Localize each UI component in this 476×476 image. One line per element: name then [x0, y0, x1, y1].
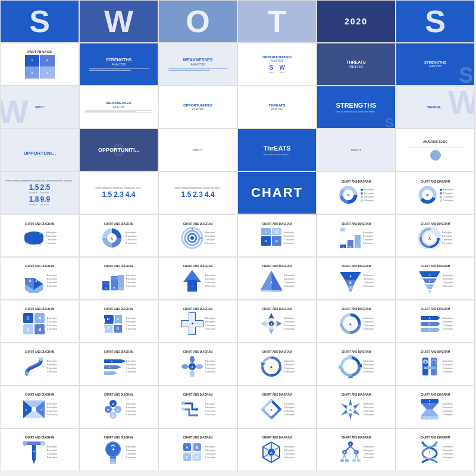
legend-r8-5: A description B description C descriptio… — [364, 317, 374, 330]
cd-r7-t1: CHART AND DIAGRAM — [25, 265, 54, 268]
cd-row8-5: CHART AND DIAGRAM A A description B desc… — [317, 300, 396, 343]
num-item-3: 1.8description — [29, 195, 39, 206]
num4: 9.9 — [40, 195, 51, 203]
legend-r7-3: A description B description C descriptio… — [205, 274, 216, 287]
w-bg-cell: W SWOT — [0, 86, 79, 129]
svg-text:D: D — [196, 456, 199, 459]
svg-text:B: B — [182, 409, 184, 412]
svg-text:A: A — [428, 399, 430, 402]
threats-desc: Risk assessment details... — [263, 153, 290, 156]
svg-text:B: B — [343, 451, 345, 454]
svg-marker-110 — [122, 359, 125, 363]
timeline-chart: A B C — [101, 355, 125, 378]
svg-rect-191 — [110, 459, 116, 462]
legend-r9-3: A description B description C descriptio… — [205, 360, 216, 373]
cd-r8-t4: CHART AND DIAGRAM — [262, 308, 292, 311]
cd-r11-c6: A description B description C descriptio… — [418, 440, 453, 464]
svg-text:C: C — [120, 286, 122, 290]
cd-r11-c3: A B C D A description B description C de… — [180, 440, 216, 464]
cd-title-1: CHART AND DIAGRAM — [342, 180, 371, 183]
num-item-2: 2.5description — [40, 183, 51, 194]
svg-text:D: D — [428, 416, 430, 419]
numbers3-text: Of the printing and typesetting industry… — [174, 187, 221, 189]
cd-row6-2: CHART AND DIAGRAM A ● A description ● B … — [79, 214, 158, 257]
svg-point-225 — [340, 459, 344, 462]
svg-point-120 — [196, 364, 203, 369]
cd-r8-t6: CHART AND DIAGRAM — [421, 308, 450, 311]
svg-text:A: A — [182, 403, 184, 406]
svg-text:B: B — [275, 230, 278, 234]
cd-r9-c4: A A description B description C descript… — [259, 355, 295, 378]
quad-t: T — [40, 67, 55, 79]
cd-r7-t3: CHART AND DIAGRAM — [183, 265, 212, 268]
svg-text:A: A — [349, 274, 352, 278]
cd-row8-3: CHART AND DIAGRAM ✦ A description B desc… — [158, 300, 237, 343]
numbers1-cell: Of the printing and typesetting industry… — [0, 171, 79, 214]
svg-text:B: B — [40, 361, 42, 364]
cd-r9-c2: A B C A description B description C desc… — [101, 355, 137, 378]
cd-r6-t5: CHART AND DIAGRAM — [342, 223, 371, 226]
svg-rect-192 — [110, 462, 116, 464]
cd-r7-c2: A B C A description B description C desc… — [101, 269, 137, 293]
year-label: 2020 — [345, 17, 368, 26]
legend-r6-1: A description B description C descriptio… — [46, 231, 57, 245]
chart-diagram1-cell: CHART AND DIAGRAM A A description B desc… — [317, 171, 396, 214]
svg-text:A: A — [35, 279, 37, 283]
opportunities-label: OPPORTUNITIESANALYSIS — [262, 55, 292, 62]
cd-row6-3: CHART AND DIAGRAM A description B descri… — [158, 214, 237, 257]
weakness-bg-cell: W WEAKNE... — [396, 86, 475, 129]
svg-text:D: D — [107, 317, 110, 321]
blocks-chart: D A C B — [22, 312, 46, 336]
svg-marker-159 — [196, 408, 198, 411]
num-item-1: 1.5description — [29, 183, 39, 194]
weakness-bg-label: WEAKNE... — [427, 105, 443, 109]
legend-r9-5: A description B description C descriptio… — [364, 360, 374, 373]
svg-text:B: B — [428, 280, 430, 283]
cycle-3d: A — [339, 312, 362, 336]
w-bg-right: W — [448, 86, 475, 121]
cd-r7-t2: CHART AND DIAGRAM — [104, 265, 133, 268]
cd-r10-t2: CHART AND DIAGRAM — [104, 393, 133, 396]
letter-o-cell: O — [158, 0, 237, 43]
cd-row6-4: CHART AND DIAGRAM D A C B A description … — [237, 214, 317, 257]
cd-row9-6: CHART AND DIAGRAM A B A description B de… — [396, 343, 475, 386]
letter-w: W — [104, 6, 133, 37]
letter-o: O — [186, 6, 209, 37]
puzzle-chart: D A C B — [101, 312, 125, 336]
cd-row6-5: CHART AND DIAGRAM A B C A description B … — [317, 214, 396, 257]
svg-marker-160 — [196, 414, 198, 417]
cd-content-1: A A description B description C descript… — [338, 184, 374, 205]
cd-r7-c6: Q B C Q description B description C desc… — [418, 269, 453, 293]
analysis-slide-cell: ANALYSIS SLIDE — [396, 129, 475, 171]
opp-slide-cell: OPPORTUNI... — [0, 129, 79, 171]
cd-r9-t3: CHART AND DIAGRAM — [183, 350, 212, 353]
donut-chart-1: A — [338, 184, 359, 205]
bowtie-chart: A B — [22, 397, 46, 421]
pyramid-3d: A — [259, 269, 283, 293]
svg-text:A: A — [111, 237, 114, 240]
s-watermark: S — [459, 63, 473, 86]
arrows-4dir: A — [259, 312, 283, 336]
svg-text:A: A — [349, 322, 352, 326]
cd-row6-1: CHART AND DIAGRAM D A C B A description … — [0, 214, 79, 257]
strengths-big-cell: STRENGTHS How to achieve your goals and … — [317, 86, 396, 129]
svg-point-119 — [190, 356, 195, 363]
svg-text:A: A — [275, 239, 278, 243]
legend-r11-1: A description B description C descriptio… — [47, 446, 58, 459]
cd-r8-t1: CHART AND DIAGRAM — [25, 308, 54, 311]
cd-r10-c1: A B A description B description C descri… — [22, 397, 58, 421]
svg-text:A: A — [112, 402, 114, 406]
analysis-s-decor — [430, 150, 441, 161]
cd-r8-c4: A A description B description C descript… — [259, 312, 295, 336]
strengths2-label: STRENGTHSANALYSIS — [424, 61, 446, 68]
weaknesses-lines — [168, 68, 228, 71]
dna-chart — [418, 440, 441, 464]
num-item-7: 4.4 — [126, 190, 136, 199]
svg-marker-55 — [271, 271, 282, 292]
target-chart — [181, 227, 203, 249]
svg-text:C: C — [186, 456, 189, 459]
star-burst: A — [339, 397, 362, 421]
legend-r7-4: A description B description C descriptio… — [284, 274, 295, 287]
cd-r7-c5: A B C A description B description C desc… — [339, 269, 374, 293]
flower-chart: A — [180, 355, 204, 378]
